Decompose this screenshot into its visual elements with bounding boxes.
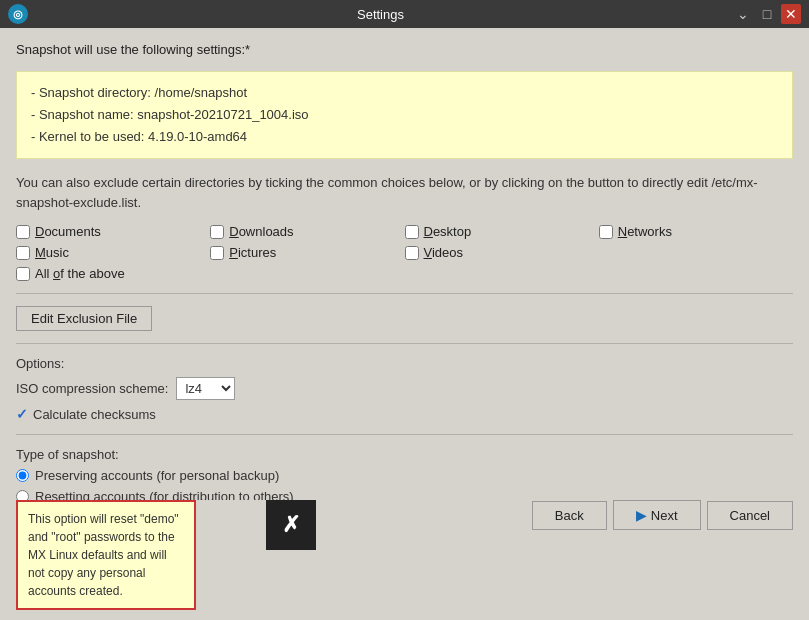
tooltip-text: This option will reset "demo" and "root"…	[28, 512, 179, 598]
mx-logo: ✗	[266, 500, 316, 550]
checkbox-videos-label: Videos	[424, 245, 464, 260]
checkbox-music-label: Music	[35, 245, 69, 260]
checkbox-documents[interactable]: Documents	[16, 224, 210, 239]
checkbox-downloads[interactable]: Downloads	[210, 224, 404, 239]
settings-window: ◎ Settings ⌄ □ ✕ Snapshot will use the f…	[0, 0, 809, 620]
back-button[interactable]: Back	[532, 501, 607, 530]
checkbox-pictures[interactable]: Pictures	[210, 245, 404, 260]
checkbox-downloads-input[interactable]	[210, 225, 224, 239]
buttons-row: Back ▶ Next Cancel	[532, 500, 793, 530]
checkbox-videos[interactable]: Videos	[405, 245, 599, 260]
next-button-label: Next	[651, 508, 678, 523]
checkbox-music-input[interactable]	[16, 246, 30, 260]
snapshot-section: Type of snapshot: Preserving accounts (f…	[16, 447, 793, 500]
minimize-button[interactable]: ⌄	[733, 4, 753, 24]
checkmark-icon: ✓	[16, 406, 28, 422]
tooltip-box: This option will reset "demo" and "root"…	[16, 500, 196, 610]
checkbox-networks[interactable]: Networks	[599, 224, 793, 239]
info-box: - Snapshot directory: /home/snapshot - S…	[16, 71, 793, 159]
main-content: Snapshot will use the following settings…	[0, 28, 809, 500]
compression-row: ISO compression scheme: lz4 gzip xz none	[16, 377, 793, 400]
checkbox-desktop-label: Desktop	[424, 224, 472, 239]
checkbox-pictures-label: Pictures	[229, 245, 276, 260]
divider-2	[16, 343, 793, 344]
checkbox-pictures-input[interactable]	[210, 246, 224, 260]
radio-resetting[interactable]: Resetting accounts (for distribution to …	[16, 489, 793, 500]
checkbox-downloads-label: Downloads	[229, 224, 293, 239]
checkbox-documents-label: Documents	[35, 224, 101, 239]
checkbox-all-label: All of the above	[35, 266, 125, 281]
checksums-label[interactable]: Calculate checksums	[33, 407, 156, 422]
radio-resetting-label: Resetting accounts (for distribution to …	[35, 489, 294, 500]
options-label: Options:	[16, 356, 793, 371]
app-icon: ◎	[8, 4, 28, 24]
radio-preserving[interactable]: Preserving accounts (for personal backup…	[16, 468, 793, 483]
info-line3: - Kernel to be used: 4.19.0-10-amd64	[31, 126, 778, 148]
app-icon-text: ◎	[13, 8, 23, 21]
checksums-row: ✓ Calculate checksums	[16, 406, 793, 422]
compression-label: ISO compression scheme:	[16, 381, 168, 396]
edit-exclusion-button[interactable]: Edit Exclusion File	[16, 306, 152, 331]
bottom-bar: This option will reset "demo" and "root"…	[0, 500, 809, 620]
checkboxes-grid: Documents Downloads Desktop Networks Mus…	[16, 224, 793, 281]
checkbox-all-input[interactable]	[16, 267, 30, 281]
radio-preserving-input[interactable]	[16, 469, 29, 482]
next-arrow-icon: ▶	[636, 507, 647, 523]
window-title: Settings	[28, 7, 733, 22]
options-section: Options: ISO compression scheme: lz4 gzi…	[16, 356, 793, 422]
divider-3	[16, 434, 793, 435]
snapshot-label: Type of snapshot:	[16, 447, 793, 462]
edit-btn-container: Edit Exclusion File	[16, 306, 793, 331]
exclude-description: You can also exclude certain directories…	[16, 173, 793, 212]
info-line1: - Snapshot directory: /home/snapshot	[31, 82, 778, 104]
checkbox-desktop[interactable]: Desktop	[405, 224, 599, 239]
radio-resetting-input[interactable]	[16, 490, 29, 500]
titlebar: ◎ Settings ⌄ □ ✕	[0, 0, 809, 28]
checkbox-music[interactable]: Music	[16, 245, 210, 260]
divider-1	[16, 293, 793, 294]
next-button[interactable]: ▶ Next	[613, 500, 701, 530]
mx-logo-text: ✗	[282, 512, 300, 538]
checkbox-desktop-input[interactable]	[405, 225, 419, 239]
checkbox-documents-input[interactable]	[16, 225, 30, 239]
close-button[interactable]: ✕	[781, 4, 801, 24]
titlebar-controls: ⌄ □ ✕	[733, 4, 801, 24]
info-line2: - Snapshot name: snapshot-20210721_1004.…	[31, 104, 778, 126]
checkbox-videos-input[interactable]	[405, 246, 419, 260]
info-header: Snapshot will use the following settings…	[16, 42, 793, 57]
checkbox-networks-input[interactable]	[599, 225, 613, 239]
compression-select[interactable]: lz4 gzip xz none	[176, 377, 235, 400]
radio-preserving-label: Preserving accounts (for personal backup…	[35, 468, 279, 483]
checkbox-networks-label: Networks	[618, 224, 672, 239]
maximize-button[interactable]: □	[757, 4, 777, 24]
cancel-button[interactable]: Cancel	[707, 501, 793, 530]
checkbox-all[interactable]: All of the above	[16, 266, 793, 281]
